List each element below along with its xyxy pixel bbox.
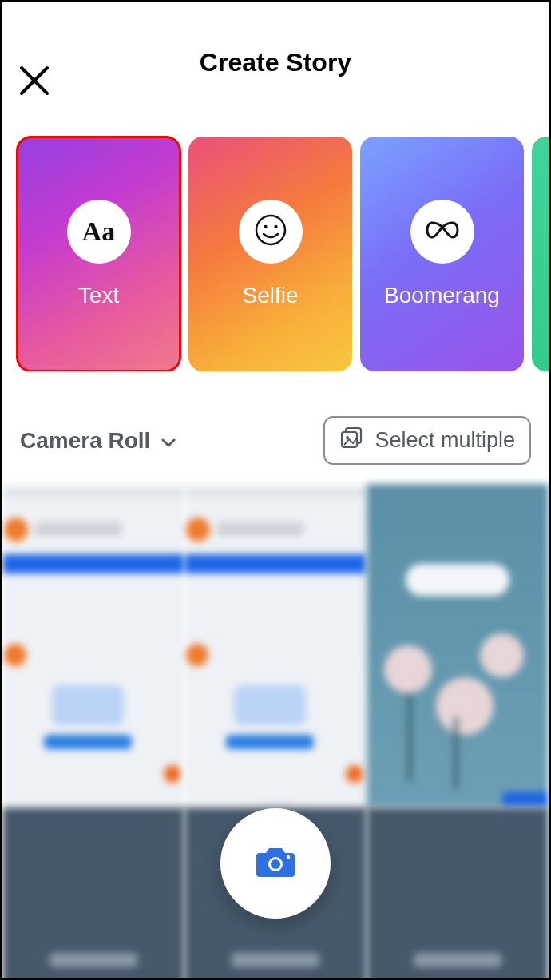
gallery-thumb[interactable] xyxy=(367,484,549,807)
select-multiple-label: Select multiple xyxy=(375,428,515,453)
mode-label: Selfie xyxy=(242,283,298,308)
thumb-preview xyxy=(184,484,367,807)
mode-icon-circle xyxy=(239,200,303,264)
svg-point-10 xyxy=(287,855,290,859)
svg-point-3 xyxy=(264,225,267,228)
header: Create Story xyxy=(2,2,549,122)
gallery-thumb[interactable] xyxy=(367,807,549,980)
gallery-thumb[interactable] xyxy=(2,484,184,807)
mode-icon-circle xyxy=(410,200,474,264)
page-title: Create Story xyxy=(200,48,351,77)
mode-card-boomerang[interactable]: Boomerang xyxy=(360,137,524,371)
svg-point-9 xyxy=(271,859,280,869)
svg-point-4 xyxy=(274,225,277,228)
thumb-preview xyxy=(367,807,549,980)
infinity-icon xyxy=(421,218,464,245)
svg-point-2 xyxy=(256,216,285,244)
thumb-preview xyxy=(367,484,549,807)
album-picker[interactable]: Camera Roll xyxy=(20,428,176,454)
gallery-header: Camera Roll Select multiple xyxy=(2,371,549,484)
mode-label: Boomerang xyxy=(384,283,500,308)
close-icon xyxy=(18,85,50,99)
thumb-preview xyxy=(2,807,184,980)
gallery-thumb[interactable] xyxy=(2,807,184,980)
camera-icon xyxy=(255,843,296,883)
gallery-grid xyxy=(2,484,549,807)
create-story-screen: Create Story Aa Text Selfie Boomerang xyxy=(0,0,551,980)
story-modes-row[interactable]: Aa Text Selfie Boomerang xyxy=(2,122,549,371)
chevron-down-icon xyxy=(161,428,176,454)
camera-button[interactable] xyxy=(220,808,331,919)
smiley-icon xyxy=(253,212,288,251)
text-icon: Aa xyxy=(82,216,116,247)
mode-card-next[interactable] xyxy=(532,137,549,371)
gallery-thumb[interactable] xyxy=(184,484,367,807)
album-label: Camera Roll xyxy=(20,428,150,454)
select-multiple-button[interactable]: Select multiple xyxy=(323,416,531,465)
thumb-preview xyxy=(2,484,184,807)
gallery-multi-icon xyxy=(339,426,363,455)
close-button[interactable] xyxy=(18,65,50,97)
mode-label: Text xyxy=(78,283,119,308)
mode-card-selfie[interactable]: Selfie xyxy=(188,137,352,371)
mode-card-text[interactable]: Aa Text xyxy=(17,137,180,371)
mode-icon-circle: Aa xyxy=(67,200,131,264)
